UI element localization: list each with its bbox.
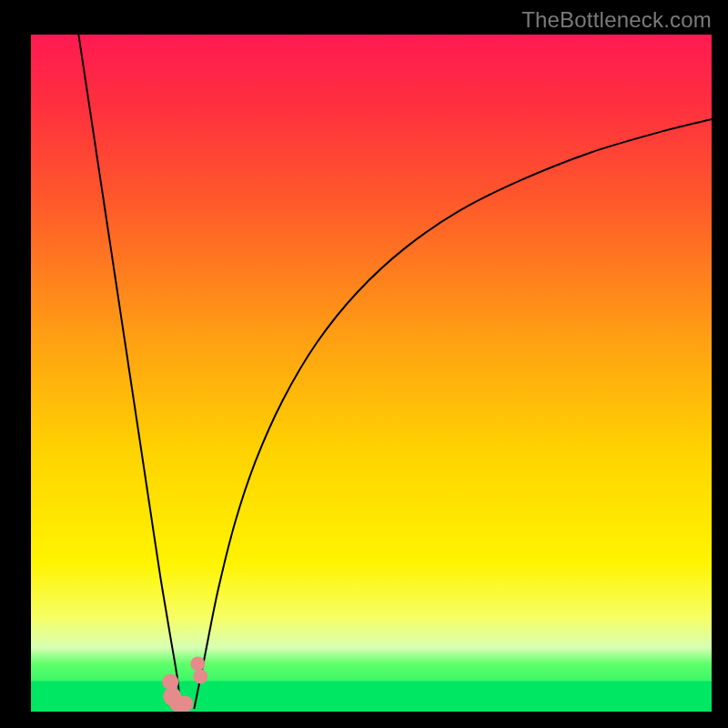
gradient-background bbox=[31, 35, 712, 712]
image-frame: TheBottleneck.com bbox=[0, 0, 728, 728]
svg-point-5 bbox=[193, 669, 207, 683]
watermark-text: TheBottleneck.com bbox=[521, 7, 712, 33]
svg-point-4 bbox=[190, 656, 205, 671]
bottleneck-chart bbox=[31, 35, 712, 712]
svg-point-3 bbox=[169, 695, 186, 712]
plot-area bbox=[31, 35, 712, 712]
green-baseline-band bbox=[31, 682, 712, 713]
